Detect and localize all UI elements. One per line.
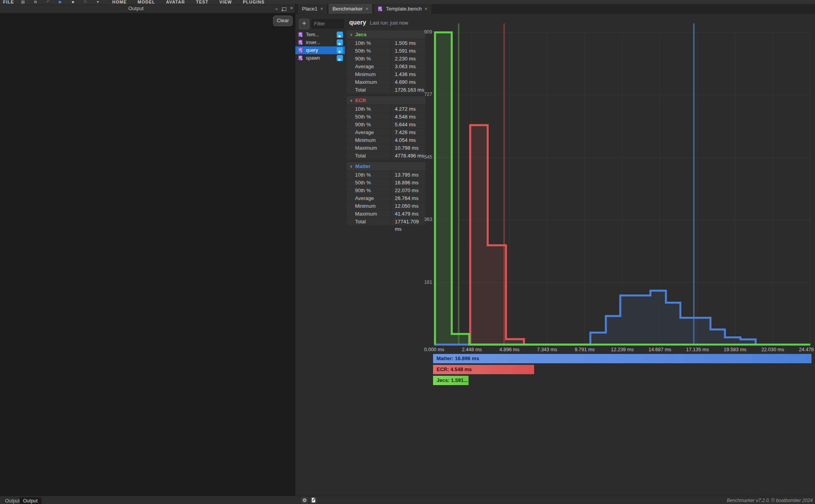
redo-icon[interactable]: ↻ (82, 0, 89, 4)
close-tab-icon[interactable]: × (320, 6, 323, 12)
stat-label: 90th % (347, 55, 391, 62)
stat-row: Maximum4.690 ms (347, 78, 425, 86)
log-line: cloud_5853950046.Benchmarker.Packages._I… (2, 271, 295, 278)
copy-icon[interactable]: ⧉ (32, 0, 39, 4)
docs-icon[interactable] (310, 497, 317, 504)
log-line: N entities 65534 | with common component… (2, 196, 295, 203)
log-line: N entities 65534 | with common component… (2, 477, 295, 483)
benchmark-list-item[interactable]: query ▶ (295, 46, 345, 54)
log-line: N entities 65534 | with common component… (2, 452, 295, 458)
x-axis-tick-label: 4.896 ms (492, 347, 527, 352)
log-line: 21044 (2, 115, 295, 122)
collapse-panel-icon[interactable]: ⌄ (275, 5, 279, 11)
close-tab-icon[interactable]: × (424, 6, 428, 12)
popout-panel-icon[interactable]: ↙ (282, 7, 286, 11)
section-header-matter[interactable]: ∨Matter (347, 162, 425, 170)
stat-row: 90th %5.644 ms (347, 121, 425, 128)
editor-tab[interactable]: Template.bench × (374, 4, 431, 14)
toolbar-menu-item[interactable]: AVATAR (166, 0, 185, 4)
stat-row: 10th %13.795 ms (347, 171, 425, 179)
script-icon (298, 48, 304, 53)
x-axis-tick-label: 22.030 ms (755, 347, 790, 352)
log-line: 20873 (2, 28, 295, 34)
x-axis-tick-label: 19.583 ms (717, 347, 753, 352)
run-benchmark-button[interactable]: ▶ (337, 32, 343, 38)
add-benchmark-button[interactable]: + (299, 19, 309, 29)
stat-row: 90th %2.230 ms (347, 55, 425, 62)
editor-tab-bar: Place1 × Benchmarker × Template.bench × (295, 4, 815, 14)
log-line: 20866 (2, 384, 295, 390)
filter-input[interactable] (311, 19, 344, 28)
log-line: N entities 65534 | with common component… (2, 109, 295, 115)
expand-icon[interactable]: ▾ (94, 0, 101, 4)
benchmark-list-item[interactable]: Tem... ▶ (295, 31, 345, 39)
log-line (2, 334, 295, 340)
log-line: 21171 (2, 203, 295, 209)
log-line: N entities 65534 | with common component… (2, 209, 295, 215)
benchmark-list-item[interactable]: inser... ▶ (295, 39, 345, 46)
log-line: 21016 (2, 446, 295, 452)
log-line: N entities 65534 | with common component… (2, 465, 295, 471)
run-benchmark-button[interactable]: ▶ (337, 55, 343, 61)
log-line: tal', Line 30 (2, 359, 295, 365)
stat-value: 16.896 ms (391, 179, 425, 186)
section-header-ecr[interactable]: ∨ECR (347, 96, 425, 104)
run-benchmark-button[interactable]: ▶ (337, 39, 343, 46)
run-benchmark-button[interactable]: ▶ (337, 47, 343, 53)
toolbar-menu-item[interactable]: MODEL (138, 0, 155, 4)
stat-label: 90th % (347, 187, 391, 194)
chevron-down-icon: ∨ (350, 33, 353, 37)
stat-value: 1.436 ms (391, 71, 425, 78)
toolbar-menu-item[interactable]: HOME (112, 0, 127, 4)
stat-label: Minimum (347, 71, 391, 78)
bottom-tab-output[interactable]: Output (20, 497, 41, 504)
log-line: :50 function updateAll (2, 296, 295, 302)
file-menu[interactable]: FILE (3, 0, 14, 4)
benchmark-list-item[interactable]: spawn ▶ (295, 54, 345, 62)
stat-row: 90th %22.070 ms (347, 187, 425, 194)
undo-icon[interactable]: ↶ (44, 0, 51, 4)
log-line: 'cloud_5853950046.Benchmarker.Packages._… (2, 352, 295, 359)
output-console[interactable]: 20886 N entities 65534 | with common com… (0, 13, 295, 496)
paste-icon[interactable]: ▤ (20, 0, 27, 4)
editor-tab[interactable]: Place1 × (298, 4, 327, 14)
script-icon (298, 32, 304, 37)
editor-tab[interactable]: Benchmarker × (328, 4, 372, 14)
section-title: ECR (355, 97, 366, 103)
y-axis-tick-label: 909 (407, 29, 432, 35)
settings-gear-icon[interactable]: ⚙ (301, 497, 308, 504)
toolbar-menu-item[interactable]: TEST (196, 0, 208, 4)
stat-value: 4.690 ms (391, 78, 425, 86)
log-line (2, 253, 295, 259)
script-icon (298, 55, 304, 61)
log-line: N entities 65534 | with common component… (2, 59, 295, 65)
log-line: N entities 65534 | with common component… (2, 134, 295, 140)
stat-value: 4.272 ms (391, 105, 425, 113)
clear-output-button[interactable]: Clear (273, 16, 293, 26)
close-tab-icon[interactable]: × (366, 6, 369, 12)
stat-row: 10th %1.505 ms (347, 39, 425, 47)
close-panel-icon[interactable]: × (290, 5, 293, 11)
section-title: Matter (355, 163, 371, 169)
status-bar: OutputOutput ⚙ Benchmarker v7.2.0, © boa… (0, 496, 815, 504)
stop-icon[interactable]: ■ (69, 0, 76, 4)
stat-row: Minimum12.050 ms (347, 202, 425, 210)
results-title: query (349, 19, 366, 26)
toolbar-menu-item[interactable]: PLUGINS (243, 0, 265, 4)
log-line: N entities 65534 | with common component… (2, 34, 295, 41)
log-line: function set (2, 309, 295, 315)
stat-label: Total (347, 218, 391, 225)
stat-value: 13.795 ms (391, 171, 425, 179)
log-line: N entities 65534 | with common component… (2, 184, 295, 190)
log-line: Stack End (2, 365, 295, 371)
log-line: 20957 (2, 433, 295, 440)
x-axis-tick-label: 14.687 ms (642, 347, 677, 352)
output-panel-header[interactable]: Output ⌄ ↙ × (0, 4, 295, 13)
results-panel: query Last run: just now ∨Jecs10th %1.50… (345, 14, 815, 496)
version-label: Benchmarker v7.2.0, © boatbomber 2024 (727, 498, 813, 503)
chevron-down-icon: ∨ (350, 99, 353, 103)
log-line: cloud_5853950046.Benchmarker.Components.… (2, 327, 295, 334)
stat-row: 10th %4.272 ms (347, 105, 425, 113)
toolbar-menu-item[interactable]: VIEW (219, 0, 232, 4)
play-icon[interactable]: ▶ (57, 0, 64, 4)
